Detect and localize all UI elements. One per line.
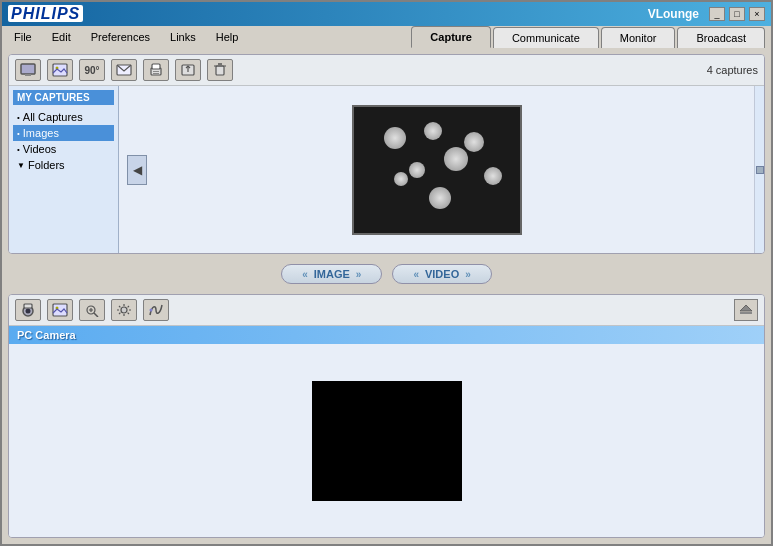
zoom-icon-btn[interactable] (79, 299, 105, 321)
capture-panel: 90° (8, 54, 765, 254)
camera-icon-btn[interactable] (15, 299, 41, 321)
eject-button[interactable] (734, 299, 758, 321)
capture-image-inner (354, 107, 520, 233)
main-window: PHILIPS VLounge _ □ × File Edit Preferen… (0, 0, 773, 546)
image-icon-btn[interactable] (47, 59, 73, 81)
tab-capture[interactable]: Capture (411, 26, 491, 48)
sidebar-item-videos[interactable]: • Videos (13, 141, 114, 157)
camera-title: PC Camera (9, 326, 764, 344)
prev-arrow[interactable]: ◀ (127, 155, 147, 185)
tab-communicate[interactable]: Communicate (493, 27, 599, 48)
svg-rect-0 (21, 64, 35, 74)
svg-rect-16 (24, 304, 32, 308)
delete-icon-btn[interactable] (207, 59, 233, 81)
minimize-button[interactable]: _ (709, 7, 725, 21)
sidebar-item-images[interactable]: • Images (13, 125, 114, 141)
app-logo: PHILIPS (8, 5, 83, 23)
tab-broadcast[interactable]: Broadcast (677, 27, 765, 48)
maximize-button[interactable]: □ (729, 7, 745, 21)
video-mode-button[interactable]: VIDEO (392, 264, 491, 284)
menu-edit[interactable]: Edit (44, 29, 79, 45)
monitor-icon-btn[interactable] (15, 59, 41, 81)
svg-point-23 (121, 307, 127, 313)
captures-count: 4 captures (707, 64, 758, 76)
effects-icon-btn[interactable] (143, 299, 169, 321)
titlebar: PHILIPS VLounge _ □ × (2, 2, 771, 26)
image-mode-button[interactable]: IMAGE (281, 264, 382, 284)
settings-icon-btn[interactable] (111, 299, 137, 321)
menubar: File Edit Preferences Links Help (2, 26, 250, 48)
sidebar-label-folders: Folders (28, 159, 65, 171)
sidebar-item-all[interactable]: • All Captures (13, 109, 114, 125)
svg-rect-26 (740, 312, 752, 314)
sidebar-label-images: Images (23, 127, 59, 139)
menu-help[interactable]: Help (208, 29, 247, 45)
mode-divider: IMAGE VIDEO (8, 260, 765, 288)
email-icon-btn[interactable] (111, 59, 137, 81)
menu-links[interactable]: Links (162, 29, 204, 45)
titlebar-right: VLounge _ □ × (648, 7, 765, 21)
svg-marker-25 (740, 305, 752, 311)
svg-point-24 (150, 309, 153, 312)
close-button[interactable]: × (749, 7, 765, 21)
capture-toolbar: 90° (9, 55, 764, 86)
bullet-icon: • (17, 129, 20, 138)
camera-panel: PC Camera (8, 294, 765, 538)
sidebar-title: MY CAPTURES (13, 90, 114, 105)
svg-rect-11 (216, 66, 224, 75)
menu-file[interactable]: File (6, 29, 40, 45)
svg-rect-6 (152, 64, 160, 69)
image-viewer: ◀ (119, 86, 754, 253)
camera-image-icon-btn[interactable] (47, 299, 73, 321)
main-content: 90° (2, 48, 771, 544)
capture-image (352, 105, 522, 235)
print-icon-btn[interactable] (143, 59, 169, 81)
camera-preview (312, 381, 462, 501)
sidebar-label-videos: Videos (23, 143, 56, 155)
svg-rect-1 (25, 74, 31, 76)
captures-sidebar: MY CAPTURES • All Captures • Images • Vi… (9, 86, 119, 253)
tab-monitor[interactable]: Monitor (601, 27, 676, 48)
app-name-label: VLounge (648, 7, 699, 21)
scroll-handle[interactable] (756, 166, 764, 174)
svg-rect-8 (153, 73, 159, 74)
svg-point-15 (26, 309, 31, 314)
capture-panel-body: MY CAPTURES • All Captures • Images • Vi… (9, 86, 764, 253)
sidebar-label-all: All Captures (23, 111, 83, 123)
sidebar-item-folders[interactable]: ▼ Folders (13, 157, 114, 173)
svg-line-20 (94, 313, 98, 317)
arrow-icon: ▼ (17, 161, 25, 170)
brand-name: PHILIPS (8, 5, 83, 22)
bullet-icon: • (17, 113, 20, 122)
export-icon-btn[interactable] (175, 59, 201, 81)
camera-toolbar (9, 295, 764, 326)
svg-rect-7 (153, 71, 159, 72)
menu-preferences[interactable]: Preferences (83, 29, 158, 45)
bullet-icon: • (17, 145, 20, 154)
camera-body (9, 344, 764, 537)
rotate-icon-btn[interactable]: 90° (79, 59, 105, 81)
